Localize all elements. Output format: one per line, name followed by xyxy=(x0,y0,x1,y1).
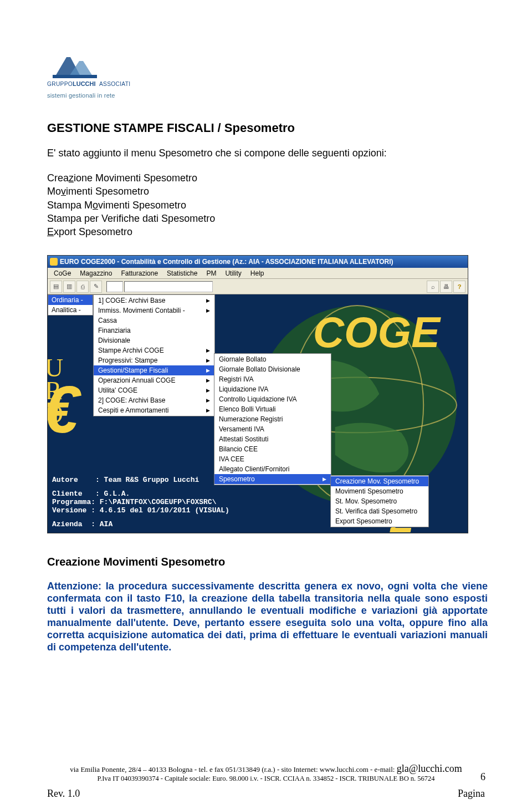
info-azienda: Azienda : AIA xyxy=(52,521,229,529)
submenu-level-3[interactable]: Creazione Mov. SpesometroMovimenti Speso… xyxy=(330,475,429,527)
toolbar-button[interactable]: ⎙ xyxy=(76,281,89,293)
page-title: GESTIONE STAMPE FISCALI / Spesometro xyxy=(47,121,488,135)
menu-item[interactable]: St. Verifica dati Spesometro xyxy=(331,506,428,516)
toolbar-button[interactable]: ▥ xyxy=(63,281,75,293)
svg-text:GRUPPO: GRUPPO xyxy=(47,81,73,87)
info-cliente: Cliente : G.L.A. xyxy=(52,490,229,498)
svg-rect-0 xyxy=(53,75,97,78)
menu-item[interactable]: Export Spesometro xyxy=(331,516,428,526)
info-autore: Autore : Team R&S Gruppo Lucchi xyxy=(52,476,229,485)
menu-item[interactable]: Versamenti IVA xyxy=(214,424,331,434)
warning-paragraph: Attenzione: la procedura successivamente… xyxy=(47,581,488,654)
toolbar-button[interactable]: ⌕ xyxy=(427,281,439,293)
menu-item[interactable]: 2] COGE: Archivi Base▶ xyxy=(94,395,214,405)
intro-paragraph: E' stato aggiunto il menu Spesometro che… xyxy=(47,147,488,159)
app-icon xyxy=(50,258,58,266)
submenu-arrow-icon: ▶ xyxy=(206,358,210,363)
footer-line-2: P.Iva IT 04039390374 - Capitale sociale:… xyxy=(44,775,488,783)
toolbar-input[interactable] xyxy=(124,281,213,292)
revision-label: Rev. 1.0 xyxy=(47,788,80,800)
svg-text:R: R xyxy=(48,377,62,405)
toolbar-button[interactable]: ✎ xyxy=(90,281,102,293)
window-titlebar: EURO COGE2000 - Contabilità e Controllo … xyxy=(48,256,468,268)
help-icon[interactable]: ? xyxy=(453,281,466,293)
submenu-level-2[interactable]: Giornale BollatoGiornale Bollato Divisio… xyxy=(214,353,331,485)
menu-item[interactable]: Allegato Clienti/Fornitori xyxy=(214,464,331,474)
svg-text:€: € xyxy=(48,373,81,447)
submenu-arrow-icon: ▶ xyxy=(206,378,210,383)
submenu-arrow-icon: ▶ xyxy=(206,298,210,303)
submenu-arrow-icon: ▶ xyxy=(206,368,210,373)
info-versione: Versione : 4.6.15 del 01/10/2011 (VISUAL… xyxy=(52,507,229,515)
company-logo: GRUPPO LUCCHI ASSOCIATI sistemi gestiona… xyxy=(47,47,488,99)
menu-item[interactable]: Divisionale xyxy=(94,335,214,345)
print-icon[interactable]: 🖶 xyxy=(440,281,452,293)
menu-item[interactable]: 1] COGE: Archivi Base▶ xyxy=(94,296,214,306)
svg-text:COGE: COGE xyxy=(313,308,441,356)
options-list: Creazione Movimenti Spesometro Movimenti… xyxy=(47,171,488,238)
menu-item[interactable]: Movimenti Spesometro xyxy=(331,486,428,496)
submenu-arrow-icon: ▶ xyxy=(323,476,326,482)
menu-item[interactable]: Progressivi: Stampe▶ xyxy=(94,355,214,365)
option-item: Movimenti Spesometro xyxy=(47,185,488,198)
menu-item[interactable]: Finanziaria xyxy=(94,325,214,335)
footer-email: gla@lucchi.com xyxy=(397,763,462,774)
option-item: Stampa Movimenti Spesometro xyxy=(47,199,488,212)
window-title: EURO COGE2000 - Contabilità e Controllo … xyxy=(60,258,393,266)
logo-graphic-icon: GRUPPO LUCCHI ASSOCIATI xyxy=(47,47,152,89)
submenu-arrow-icon: ▶ xyxy=(206,408,210,413)
menu-item[interactable]: Operazioni Annuali COGE▶ xyxy=(94,375,214,385)
app-screenshot: EURO COGE2000 - Contabilità e Controllo … xyxy=(47,255,468,533)
submenu-arrow-icon: ▶ xyxy=(206,308,210,313)
info-programma: Programma: F:\PAINTFOX\COGEUFP\FOXSRC\ xyxy=(52,498,229,507)
menu-item[interactable]: Attestati Sostituti xyxy=(214,434,331,444)
menu-utility[interactable]: Utility xyxy=(221,268,245,278)
submenu-arrow-icon: ▶ xyxy=(206,388,210,393)
svg-text:O: O xyxy=(48,400,63,429)
menu-item[interactable]: Ordinaria - xyxy=(48,295,93,305)
menu-pm[interactable]: PM xyxy=(202,268,220,278)
menu-item[interactable]: Registri IVA xyxy=(214,374,331,384)
client-area: COGE € U R O 2 Ordinaria - Analitica - 1… xyxy=(48,294,468,533)
svg-text:U: U xyxy=(48,354,63,382)
menu-item[interactable]: Analitica - xyxy=(48,305,93,315)
menu-fatturazione[interactable]: Fatturazione xyxy=(117,268,162,278)
menu-item[interactable]: Giornale Bollato xyxy=(214,354,331,364)
menu-item[interactable]: Immiss. Movimenti Contabili -▶ xyxy=(94,306,214,316)
svg-text:LUCCHI: LUCCHI xyxy=(73,80,96,87)
page-footer: via Emilia Ponente, 28/4 – 40133 Bologna… xyxy=(0,763,532,783)
page-number: 6 xyxy=(480,771,485,783)
section-heading: Creazione Movimenti Spesometro xyxy=(47,556,488,568)
menu-item[interactable]: Cassa xyxy=(94,316,214,325)
menu-item[interactable]: Gestioni/Stampe Fiscali▶ xyxy=(94,365,214,375)
option-item: Export Spesometro xyxy=(47,225,488,238)
menu-item[interactable]: Cespiti e Ammortamenti▶ xyxy=(94,405,214,415)
menu-item[interactable]: Giornale Bollato Divisionale xyxy=(214,364,331,374)
toolbar: ▤ ▥ ⎙ ✎ ⌕ 🖶 ? xyxy=(48,279,468,294)
menu-item[interactable]: IVA CEE xyxy=(214,454,331,464)
toolbar-button[interactable]: ▤ xyxy=(50,281,62,293)
menu-item[interactable]: Creazione Mov. Spesometro xyxy=(331,476,428,486)
option-item: Stampa per Verifiche dati Spesometro xyxy=(47,212,488,225)
menu-item[interactable]: Stampe Archivi COGE▶ xyxy=(94,345,214,355)
menubar[interactable]: CoGe Magazzino Fatturazione Statistiche … xyxy=(48,268,468,279)
submenu-sidebar[interactable]: Ordinaria - Analitica - xyxy=(48,294,93,316)
menu-item[interactable]: Controllo Liquidazione IVA xyxy=(214,394,331,404)
submenu-level-1[interactable]: 1] COGE: Archivi Base▶Immiss. Movimenti … xyxy=(93,294,215,416)
logo-tagline: sistemi gestionali in rete xyxy=(47,92,488,99)
menu-coge[interactable]: CoGe xyxy=(50,268,75,278)
menu-item[interactable]: Numerazione Registri xyxy=(214,414,331,424)
menu-item[interactable]: Utilita' COGE▶ xyxy=(94,385,214,395)
menu-item[interactable]: St. Mov. Spesometro xyxy=(331,496,428,506)
menu-statistiche[interactable]: Statistiche xyxy=(163,268,201,278)
status-info-block: Autore : Team R&S Gruppo Lucchi Cliente … xyxy=(52,476,229,529)
menu-item[interactable]: Elenco Bolli Virtuali xyxy=(214,404,331,414)
menu-item[interactable]: Bilancio CEE xyxy=(214,444,331,454)
submenu-arrow-icon: ▶ xyxy=(206,348,210,353)
menu-item[interactable]: Liquidazione IVA xyxy=(214,384,331,394)
menu-help[interactable]: Help xyxy=(247,268,268,278)
menu-magazzino[interactable]: Magazzino xyxy=(76,268,116,278)
option-item: Creazione Movimenti Spesometro xyxy=(47,171,488,185)
menu-item[interactable]: Spesometro▶ xyxy=(214,474,331,484)
toolbar-input[interactable] xyxy=(106,281,123,292)
